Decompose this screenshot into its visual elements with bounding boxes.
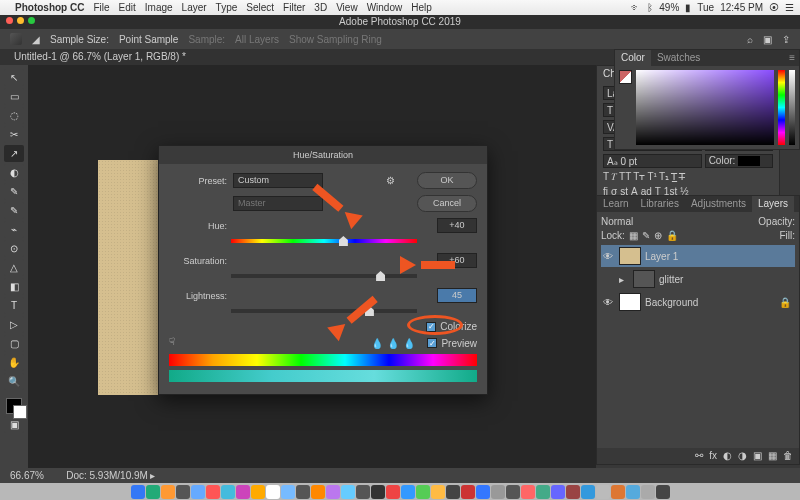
dock-app[interactable] xyxy=(146,485,160,499)
tool-type[interactable]: T xyxy=(4,297,24,314)
type-underline[interactable]: T̲ xyxy=(671,171,677,183)
dock-app[interactable] xyxy=(266,485,280,499)
baseline-shift[interactable]: Aₐ 0 pt xyxy=(603,154,702,168)
sat-value[interactable]: +60 xyxy=(437,253,477,268)
tool-gradient[interactable]: ⊙ xyxy=(4,240,24,257)
hue-strip[interactable] xyxy=(778,70,785,145)
color-field[interactable] xyxy=(636,70,774,145)
tool-zoom[interactable]: 🔍 xyxy=(4,373,24,390)
dock-app[interactable] xyxy=(326,485,340,499)
dock-app[interactable] xyxy=(371,485,385,499)
menu-view[interactable]: View xyxy=(336,2,358,13)
trash-icon[interactable]: 🗑 xyxy=(783,450,793,462)
link-icon[interactable]: ⚯ xyxy=(695,450,703,462)
spotlight-icon[interactable]: ⦿ xyxy=(769,2,779,13)
dock-app[interactable] xyxy=(131,485,145,499)
clock-day[interactable]: Tue xyxy=(697,2,714,13)
dock-app[interactable] xyxy=(536,485,550,499)
dock-app[interactable] xyxy=(431,485,445,499)
menu-edit[interactable]: Edit xyxy=(119,2,136,13)
dock-app[interactable] xyxy=(251,485,265,499)
dock-app[interactable] xyxy=(386,485,400,499)
tool-marquee[interactable]: ▭ xyxy=(4,88,24,105)
eyedrop-plus-icon[interactable]: 💧 xyxy=(387,338,399,349)
clock-time[interactable]: 12:45 PM xyxy=(720,2,763,13)
visibility-icon[interactable] xyxy=(601,272,615,286)
lock-pix-icon[interactable]: ✎ xyxy=(642,230,650,241)
window-minimize[interactable] xyxy=(17,17,24,24)
dock-app[interactable] xyxy=(191,485,205,499)
tab-learn[interactable]: Learn xyxy=(597,196,635,212)
layer-name[interactable]: glitter xyxy=(659,274,683,285)
type-italic[interactable]: 𝑇 xyxy=(611,171,617,183)
dock-app[interactable] xyxy=(236,485,250,499)
preset-select[interactable]: Custom xyxy=(233,173,323,188)
settings-icon[interactable]: ⚙ xyxy=(386,175,395,186)
dock-app[interactable] xyxy=(356,485,370,499)
tab-layers[interactable]: Layers xyxy=(752,196,794,212)
menu-filter[interactable]: Filter xyxy=(283,2,305,13)
dock-app[interactable] xyxy=(401,485,415,499)
zoom-level[interactable]: 66.67% xyxy=(10,470,44,481)
dock-app[interactable] xyxy=(446,485,460,499)
menu-file[interactable]: File xyxy=(93,2,109,13)
dock-app[interactable] xyxy=(506,485,520,499)
tab-channels[interactable]: Channels xyxy=(794,196,800,212)
tool-brush[interactable]: ✎ xyxy=(4,183,24,200)
sat-slider[interactable] xyxy=(231,274,417,278)
dock-app[interactable] xyxy=(596,485,610,499)
visibility-icon[interactable]: 👁 xyxy=(601,295,615,309)
dock-app[interactable] xyxy=(641,485,655,499)
tool-dodge[interactable]: ◧ xyxy=(4,278,24,295)
dock-app[interactable] xyxy=(416,485,430,499)
tool-move[interactable]: ↖ xyxy=(4,69,24,86)
tab-adjustments[interactable]: Adjustments xyxy=(685,196,752,212)
lock-all-icon[interactable]: 🔒 xyxy=(666,230,678,241)
hue-slider[interactable] xyxy=(231,239,417,243)
tool-eyedropper[interactable]: ↗ xyxy=(4,145,24,162)
blend-mode[interactable]: Normal xyxy=(601,216,633,227)
bluetooth-icon[interactable]: ᛒ xyxy=(647,2,653,13)
show-ring[interactable]: Show Sampling Ring xyxy=(289,34,382,45)
light-slider[interactable] xyxy=(231,309,417,313)
tool-stamp[interactable]: ✎ xyxy=(4,202,24,219)
type-caps[interactable]: TT xyxy=(619,171,631,183)
menu-window[interactable]: Window xyxy=(367,2,403,13)
layer-name[interactable]: Background xyxy=(645,297,698,308)
dock-app[interactable] xyxy=(341,485,355,499)
hand-icon[interactable]: ☟ xyxy=(169,336,183,350)
tool-eraser[interactable]: ⌁ xyxy=(4,221,24,238)
dock-app[interactable] xyxy=(611,485,625,499)
search-icon[interactable]: ⌕ xyxy=(747,34,753,45)
bright-strip[interactable] xyxy=(789,70,795,145)
lock-pos-icon[interactable]: ⊕ xyxy=(654,230,662,241)
eyedrop-icon[interactable]: 💧 xyxy=(371,338,383,349)
hue-value[interactable]: +40 xyxy=(437,218,477,233)
tool-hand[interactable]: ✋ xyxy=(4,354,24,371)
tool-heal[interactable]: ◐ xyxy=(4,164,24,181)
tool-lasso[interactable]: ◌ xyxy=(4,107,24,124)
dock-app[interactable] xyxy=(296,485,310,499)
preview-checkbox[interactable]: ✓Preview xyxy=(427,338,477,349)
layer-thumb[interactable] xyxy=(633,270,655,288)
master-select[interactable]: Master xyxy=(233,196,323,211)
dock-app[interactable] xyxy=(626,485,640,499)
tool-blur[interactable]: △ xyxy=(4,259,24,276)
window-zoom[interactable] xyxy=(28,17,35,24)
menu-layer[interactable]: Layer xyxy=(182,2,207,13)
dock-app[interactable] xyxy=(476,485,490,499)
home-icon[interactable] xyxy=(10,33,22,45)
dock-app[interactable] xyxy=(566,485,580,499)
group-icon[interactable]: ▣ xyxy=(753,450,762,462)
visibility-icon[interactable]: 👁 xyxy=(601,249,615,263)
type-strike[interactable]: T̶ xyxy=(679,171,685,183)
dock-app[interactable] xyxy=(521,485,535,499)
dock-app[interactable] xyxy=(176,485,190,499)
layer-thumb[interactable] xyxy=(619,247,641,265)
menu-select[interactable]: Select xyxy=(246,2,274,13)
dock-app[interactable] xyxy=(206,485,220,499)
menu-3d[interactable]: 3D xyxy=(314,2,327,13)
layer-row[interactable]: 👁 Layer 1 xyxy=(601,245,795,267)
sample-size-select[interactable]: Point Sample xyxy=(119,34,178,45)
canvas-area[interactable]: Hue/Saturation Preset: Custom ⚙ OK Maste… xyxy=(28,65,596,483)
